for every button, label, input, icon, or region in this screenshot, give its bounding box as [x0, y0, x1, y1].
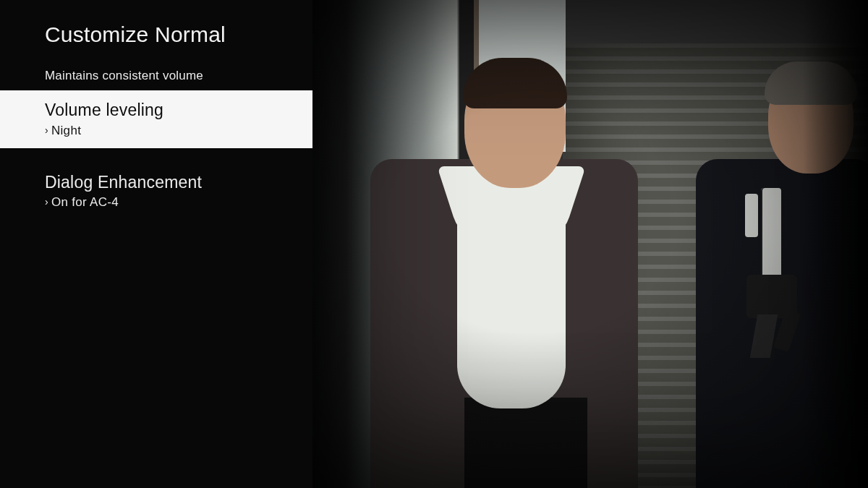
settings-list: Volume leveling › Night Dialog Enhanceme…: [0, 90, 312, 220]
chevron-right-icon: ›: [45, 197, 48, 207]
setting-label: Dialog Enhancement: [45, 173, 298, 193]
setting-value-row: › Night: [45, 124, 298, 138]
video-frame: [312, 0, 868, 488]
chevron-right-icon: ›: [45, 125, 48, 135]
setting-value: Night: [51, 124, 81, 138]
panel-title: Customize Normal: [0, 20, 312, 48]
video-preview: [312, 0, 868, 488]
setting-value: On for AC-4: [51, 195, 119, 210]
setting-volume-leveling[interactable]: Volume leveling › Night: [0, 90, 312, 148]
setting-value-row: › On for AC-4: [45, 195, 298, 210]
settings-overlay-panel: Customize Normal Maintains consistent vo…: [0, 0, 312, 488]
setting-dialog-enhancement[interactable]: Dialog Enhancement › On for AC-4: [0, 163, 312, 221]
setting-label: Volume leveling: [45, 100, 298, 121]
panel-description: Maintains consistent volume: [0, 48, 312, 90]
